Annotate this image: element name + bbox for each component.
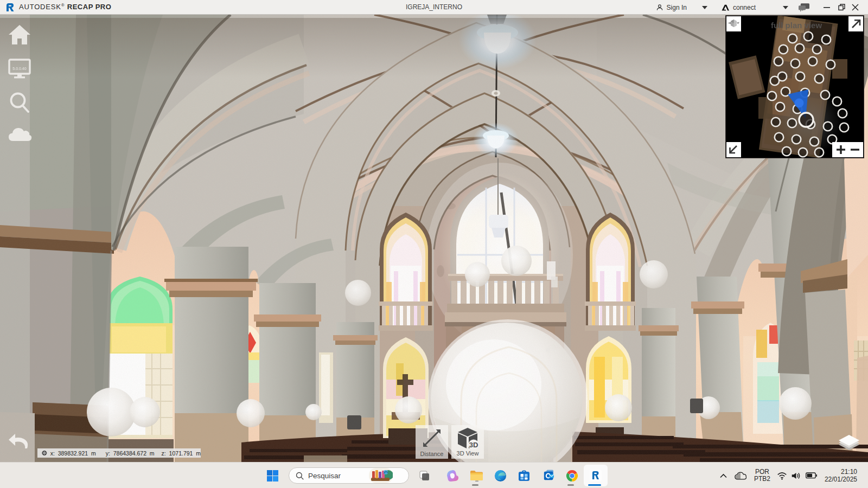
svg-text:full plan view: full plan view <box>771 21 822 30</box>
svg-text:5.0.0.40: 5.0.0.40 <box>12 67 26 70</box>
svg-text:3D: 3D <box>469 441 478 449</box>
